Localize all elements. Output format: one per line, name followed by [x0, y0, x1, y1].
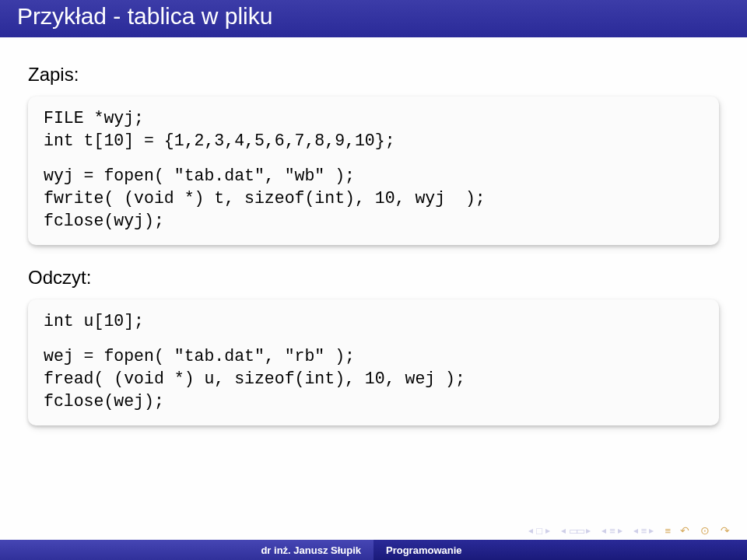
- blank-line: [44, 152, 703, 165]
- blank-line: [44, 333, 703, 345]
- code-line: int u[10];: [44, 310, 703, 333]
- code-line: int t[10] = {1,2,3,4,5,6,7,8,9,10};: [44, 130, 703, 152]
- section-label-odczyt: Odczyt:: [28, 267, 719, 289]
- code-block-odczyt: int u[10]; wej = fopen( "tab.dat", "rb" …: [28, 299, 719, 425]
- slide-title-bar: Przykład - tablica w pliku: [0, 0, 747, 37]
- nav-frame-icon[interactable]: ◂▭▭▸: [561, 525, 591, 537]
- code-line: fclose(wyj);: [44, 210, 703, 233]
- nav-appendix-icon[interactable]: ≡: [665, 525, 669, 537]
- nav-forward-icon[interactable]: ↷: [721, 524, 730, 537]
- nav-subsection-icon[interactable]: ◂≡▸: [601, 525, 622, 537]
- nav-section-icon[interactable]: ◂≡▸: [633, 525, 654, 537]
- code-line: wyj = fopen( "tab.dat", "wb" );: [44, 165, 703, 187]
- footer-author-region: dr inż. Janusz Słupik: [0, 540, 374, 560]
- section-label-zapis: Zapis:: [28, 64, 719, 86]
- slide: Przykład - tablica w pliku Zapis: FILE *…: [0, 0, 747, 560]
- footer-topic-region: Programowanie: [374, 540, 747, 560]
- code-line: FILE *wyj;: [44, 107, 703, 130]
- code-line: fclose(wej);: [44, 390, 703, 413]
- beamer-nav-icons: ◂□▸ ◂▭▭▸ ◂≡▸ ◂≡▸ ≡ ↶ ⊙ ↷: [528, 524, 730, 537]
- code-line: fwrite( (void *) t, sizeof(int), 10, wyj…: [44, 187, 703, 210]
- nav-back-icon[interactable]: ↶: [680, 524, 689, 537]
- nav-slide-icon[interactable]: ◂□▸: [528, 525, 550, 537]
- footer-author: dr inż. Janusz Słupik: [261, 544, 361, 556]
- code-line: wej = fopen( "tab.dat", "rb" );: [44, 345, 703, 368]
- slide-content: Zapis: FILE *wyj; int t[10] = {1,2,3,4,5…: [0, 37, 747, 425]
- slide-footer: dr inż. Janusz Słupik Programowanie: [0, 540, 747, 560]
- nav-search-icon[interactable]: ⊙: [700, 524, 710, 537]
- code-line: fread( (void *) u, sizeof(int), 10, wej …: [44, 368, 703, 390]
- code-block-zapis: FILE *wyj; int t[10] = {1,2,3,4,5,6,7,8,…: [28, 96, 719, 245]
- footer-topic: Programowanie: [386, 544, 462, 556]
- slide-title: Przykład - tablica w pliku: [17, 3, 272, 29]
